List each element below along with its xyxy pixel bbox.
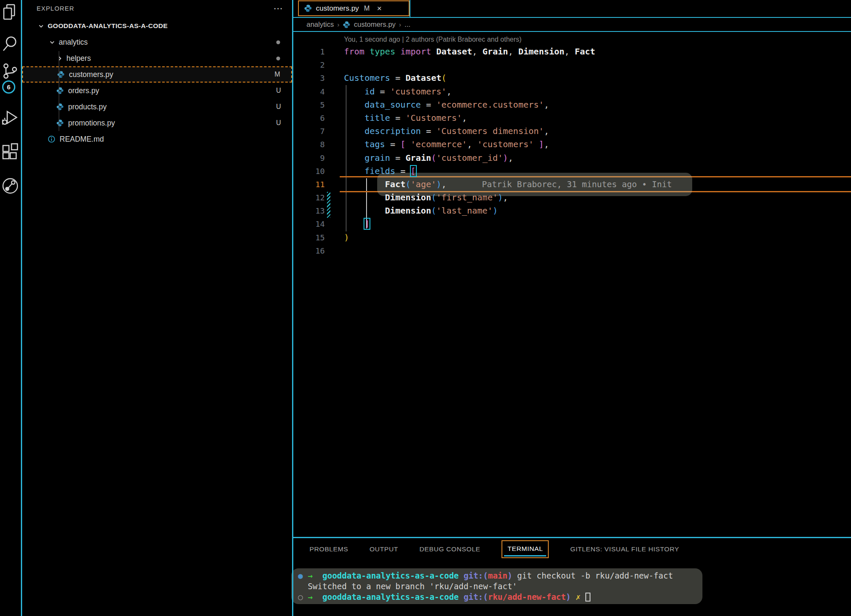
modified-dot (276, 40, 280, 44)
chevron-down-icon (49, 39, 56, 46)
git-modified-badge: M (275, 71, 280, 78)
code-line: 6 title = 'Customers', (293, 111, 851, 125)
tab-customers-py[interactable]: customers.py M × (298, 0, 410, 16)
breadcrumb[interactable]: analytics › customers.py › ... (293, 18, 851, 32)
tab-output[interactable]: OUTPUT (370, 545, 398, 553)
tab-close-icon[interactable]: × (377, 4, 381, 13)
python-file-icon (57, 71, 65, 78)
terminal[interactable]: ● → gooddata-analytics-as-a-code git:(ma… (298, 570, 673, 602)
chevron-down-icon (37, 23, 45, 30)
source-control-icon[interactable] (1, 62, 20, 81)
vscode-window: 6 EXP (0, 0, 851, 616)
git-untracked-badge: U (276, 119, 281, 127)
tree-item-root[interactable]: GOODDATA-ANALYTICS-AS-A-CODE (22, 18, 292, 34)
tab-gitlens-history[interactable]: GITLENS: VISUAL FILE HISTORY (570, 545, 679, 553)
code-line: 13 Dimension('last_name') (293, 204, 851, 217)
modified-dot (276, 57, 280, 60)
gitlens-icon[interactable] (1, 177, 20, 195)
explorer-more-actions-icon[interactable]: ⋯ (273, 6, 284, 11)
breadcrumb-separator-icon: › (337, 21, 339, 28)
info-icon (48, 135, 55, 143)
tab-edge-border (410, 0, 410, 18)
git-untracked-badge: U (276, 87, 281, 94)
tree-item-orders-py[interactable]: orders.py U (22, 83, 292, 99)
tree-item-helpers[interactable]: helpers (22, 50, 292, 66)
sidebar-divider[interactable] (292, 0, 293, 616)
terminal-line: Switched to a new branch 'rku/add-new-fa… (298, 581, 673, 592)
run-debug-icon[interactable] (1, 108, 20, 127)
breadcrumb-separator-icon: › (399, 21, 401, 28)
tab-label: customers.py (316, 4, 359, 13)
python-file-icon (343, 21, 350, 29)
editor-group: customers.py M × analytics › customers.p… (293, 0, 851, 616)
python-file-icon (56, 87, 64, 94)
gitlens-file-blame: You, 1 second ago | 2 authors (Patrik Br… (344, 36, 521, 43)
terminal-line: ● → gooddata-analytics-as-a-code git:(ma… (298, 570, 673, 581)
breadcrumb-file[interactable]: customers.py (354, 20, 395, 29)
code-line: 7 description = 'Customers dimension', (293, 125, 851, 138)
panel-tabs: PROBLEMS OUTPUT DEBUG CONSOLE TERMINAL G… (293, 539, 851, 559)
code-line: 5 data_source = 'ecommerce.customers', (293, 98, 851, 111)
explorer-sidebar: EXPLORER ⋯ GOODDATA-ANALYTICS-AS-A-CODE … (22, 0, 292, 616)
git-untracked-badge: U (276, 103, 281, 111)
tree-item-customers-py[interactable]: customers.py M (22, 66, 292, 83)
code-line: 16 (293, 244, 851, 257)
tab-problems[interactable]: PROBLEMS (309, 545, 348, 553)
explorer-title: EXPLORER (37, 5, 74, 12)
tree-item-readme-md[interactable]: README.md (22, 131, 292, 147)
code-line: 9 grain = Grain('customer_id'), (293, 151, 851, 165)
gitlens-inline-blame: Patrik Braborec, 31 minutes ago • Init (482, 178, 672, 191)
chevron-right-icon (56, 55, 63, 62)
extensions-icon[interactable] (1, 143, 20, 161)
terminal-line: ○ → gooddata-analytics-as-a-code git:(rk… (298, 592, 673, 602)
tab-bar: customers.py M × (293, 0, 851, 17)
tab-modified-badge: M (364, 5, 370, 12)
scm-pending-badge: 6 (2, 80, 15, 94)
code-line: 2 (293, 58, 851, 71)
code-editor[interactable]: Patrik Braborec, 31 minutes ago • Init 1… (293, 45, 851, 257)
code-line: 15) (293, 231, 851, 244)
panel-top-border (293, 537, 851, 538)
code-line: 8 tags = [ 'ecommerce', 'customers' ], (293, 138, 851, 151)
python-file-icon (56, 103, 64, 111)
tree-indent-guide (59, 51, 59, 131)
search-icon[interactable] (1, 35, 20, 54)
tab-terminal-active[interactable]: TERMINAL (501, 540, 549, 558)
tree-item-promotions-py[interactable]: promotions.py U (22, 115, 292, 131)
tab-debug-console[interactable]: DEBUG CONSOLE (419, 545, 480, 553)
python-file-icon (304, 4, 312, 12)
tree-item-products-py[interactable]: products.py U (22, 99, 292, 115)
breadcrumb-folder[interactable]: analytics (307, 20, 334, 29)
code-line: 3Customers = Dataset( (293, 71, 851, 85)
breadcrumb-symbol[interactable]: ... (404, 20, 410, 29)
activity-bar: 6 (0, 0, 21, 616)
explorer-icon[interactable] (1, 3, 20, 22)
code-line: 1from types import Dataset, Grain, Dimen… (293, 45, 851, 58)
code-line: 14 ] (293, 217, 851, 231)
code-line: 4 id = 'customers', (293, 85, 851, 98)
tree-item-analytics[interactable]: analytics (22, 34, 292, 50)
python-file-icon (56, 119, 64, 127)
file-tree: GOODDATA-ANALYTICS-AS-A-CODE analytics h… (22, 18, 292, 147)
